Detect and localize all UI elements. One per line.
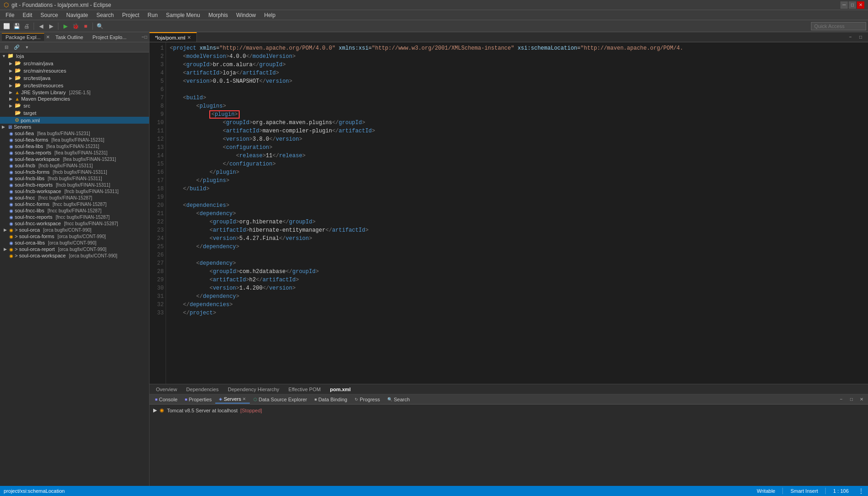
pom-tab-dependencies[interactable]: Dependencies [182, 386, 223, 393]
quick-access-input[interactable] [811, 22, 866, 30]
tree-item-soul-fiea-libs[interactable]: ▶ ◉ soul-fiea-libs [fiea bugfix/FINAN-15… [0, 143, 149, 149]
bottom-tab-progress[interactable]: ↻ Progress [351, 396, 384, 403]
arrow-servers: ▶ [2, 125, 7, 129]
toolbar-run[interactable]: ▶ [61, 22, 70, 31]
tree-item-src-test-res[interactable]: ▶ 📂 src/test/resources [0, 82, 149, 89]
tab-pom-close[interactable]: ✕ [187, 35, 191, 40]
menu-run[interactable]: Run [144, 11, 161, 19]
label-sncl: soul-fncc-libs [fncc bugfix/FINAN-15287] [15, 208, 102, 213]
tree-item-target[interactable]: ▶ 📂 target [0, 109, 149, 117]
tab-task-outline[interactable]: Task Outline [52, 34, 87, 41]
tree-item-jre[interactable]: ▶ ▲ JRE System Library [J2SE-1.5] [0, 89, 149, 96]
tree-item-soul-orca[interactable]: ▶ ◉ > soul-orca [orca bugfix/CONT-990] [0, 227, 149, 233]
tree-item-soul-fncc-libs[interactable]: ▶ ◉ soul-fncc-libs [fncc bugfix/FINAN-15… [0, 207, 149, 214]
status-bar: project/xsi:schemaLocation Writable Smar… [0, 486, 868, 496]
menu-window[interactable]: Window [233, 11, 260, 19]
servers-tab-close[interactable]: ✕ [242, 397, 246, 401]
toolbar-forward[interactable]: ▶ [46, 22, 56, 31]
bottom-maximize-button[interactable]: □ [847, 395, 856, 404]
panel-link-editor[interactable]: 🔗 [12, 43, 21, 52]
server-icon-snb: ◉ [9, 163, 13, 168]
menu-navigate[interactable]: Navigate [63, 11, 92, 19]
panel-toolbar: ⊟ 🔗 ▾ [0, 42, 149, 52]
tree-item-pomxml[interactable]: ▶ ⚙ pom.xml [0, 117, 149, 124]
bottom-tab-console[interactable]: ■ Console [151, 396, 181, 403]
maximize-button[interactable]: □ [849, 1, 856, 9]
tree-item-soul-fncc-workspace[interactable]: ▶ ◉ soul-fncc-workspace [fncc bugfix/FIN… [0, 220, 149, 227]
arrow-loja: ▼ [2, 54, 7, 58]
tab-project-explorer[interactable]: Project Explo... [89, 34, 130, 41]
bottom-minimize-button[interactable]: − [837, 395, 846, 404]
tree-item-soul-orca-forms[interactable]: ▶ ◉ > soul-orca-forms [orca bugfix/CONT-… [0, 233, 149, 239]
minimize-button[interactable]: ─ [840, 1, 848, 9]
menu-sample[interactable]: Sample Menu [162, 11, 204, 19]
tree-item-src-test-java[interactable]: ▶ 📂 src/test/java [0, 74, 149, 82]
tab-pom-xml[interactable]: *loja/pom.xml ✕ [149, 32, 197, 42]
menu-morphis[interactable]: Morphis [205, 11, 232, 19]
tree-item-soul-fncc[interactable]: ▶ ◉ soul-fncc [fncc bugfix/FINAN-15287] [0, 194, 149, 201]
menu-source[interactable]: Source [37, 11, 62, 19]
pom-tab-effective[interactable]: Effective POM [284, 386, 325, 393]
code-content[interactable]: <project xmlns="http://maven.apache.org/… [166, 42, 868, 384]
pom-tab-source[interactable]: pom.xml [325, 386, 355, 393]
toolbar-new[interactable]: ⬜ [2, 22, 11, 31]
bottom-tab-datasource[interactable]: ⬡ Data Source Explorer [250, 396, 310, 403]
breakpoint-1: ● [149, 44, 150, 52]
bottom-tab-search[interactable]: 🔍 Search [384, 396, 414, 403]
server-icon-sor: ◉ [9, 247, 13, 252]
toolbar-debug[interactable]: 🐞 [71, 22, 80, 31]
tree-item-soul-fncb-workspace[interactable]: ▶ ◉ soul-fncb-workspace [fncb bugfix/FIN… [0, 188, 149, 194]
tree-item-soul-fiea-workspace[interactable]: ▶ ◉ soul-fiea-workspace [fiea bugfix/FIN… [0, 156, 149, 162]
panel-collapse-all[interactable]: ⊟ [2, 43, 11, 52]
label-sncr: soul-fncc-reports [fncc bugfix/FINAN-152… [15, 214, 109, 220]
label-sof: > soul-orca-forms [orca bugfix/CONT-990] [15, 234, 106, 239]
pom-tab-hierarchy[interactable]: Dependency Hierarchy [223, 386, 284, 393]
toolbar-save[interactable]: 💾 [12, 22, 21, 31]
tree-item-soul-fncb-reports[interactable]: ▶ ◉ soul-fncb-reports [fncb bugfix/FINAN… [0, 182, 149, 188]
bottom-close-button[interactable]: ✕ [857, 395, 866, 404]
panel-menu[interactable]: ▾ [22, 43, 31, 52]
tree-item-soul-orca-report[interactable]: ▶ ◉ > soul-orca-report [orca bugfix/CONT… [0, 246, 149, 252]
tree-item-soul-fiea[interactable]: ▶ ◉ soul-fiea [fiea bugfix/FINAN-15231] [0, 130, 149, 137]
tree-item-maven-deps[interactable]: ▶ ▲ Maven Dependencies [0, 96, 149, 102]
title-bar: ⬡ git - Foundations - loja/pom.xml - Ecl… [0, 0, 868, 10]
bottom-tab-databinding[interactable]: ■ Data Binding [310, 396, 351, 403]
tab-package-explorer[interactable]: Package Expl... [2, 33, 44, 41]
status-sep1 [782, 488, 783, 494]
pom-tab-overview[interactable]: Overview [151, 386, 182, 393]
close-button[interactable]: ✕ [857, 1, 864, 9]
tree-item-soul-orca-workspace[interactable]: ▶ ◉ > soul-orca-workspace [orca bugfix/C… [0, 252, 149, 259]
toolbar-print[interactable]: 🖨 [22, 22, 31, 31]
bottom-tab-properties[interactable]: ■ Properties [181, 396, 216, 403]
tree-item-soul-fncb-libs[interactable]: ▶ ◉ soul-fncb-libs [fncb bugfix/FINAN-15… [0, 175, 149, 182]
tree-item-soul-fncb[interactable]: ▶ ◉ soul-fncb [fncb bugfix/FINAN-15311] [0, 162, 149, 169]
status-overflow-icon[interactable]: ⋮ [858, 487, 864, 495]
bottom-tab-servers[interactable]: ◈ Servers ✕ [215, 395, 250, 404]
servers-small-icon: ◈ [219, 397, 222, 401]
arrow-smj: ▶ [9, 61, 15, 66]
tree-item-src[interactable]: ▶ 📂 src [0, 102, 149, 109]
tree-item-soul-fncc-reports[interactable]: ▶ ◉ soul-fncc-reports [fncc bugfix/FINAN… [0, 214, 149, 220]
editor-minimize-button[interactable]: − [846, 33, 855, 42]
tree-item-soul-fiea-forms[interactable]: ▶ ◉ soul-fiea-forms [fiea bugfix/FINAN-1… [0, 137, 149, 143]
toolbar-back[interactable]: ◀ [36, 22, 46, 31]
tree-item-loja[interactable]: ▼ 📁 loja [0, 52, 149, 60]
tree-item-soul-fncb-forms[interactable]: ▶ ◉ soul-fncb-forms [fncb bugfix/FINAN-1… [0, 169, 149, 175]
tree-item-src-main-java[interactable]: ▶ 📂 src/main/java [0, 60, 149, 67]
menu-edit[interactable]: Edit [19, 11, 36, 19]
toolbar-stop[interactable]: ■ [81, 22, 90, 31]
tree-item-servers[interactable]: ▶ 🖥 Servers [0, 124, 149, 130]
tree-item-soul-fncc-forms[interactable]: ▶ ◉ soul-fncc-forms [fncc bugfix/FINAN-1… [0, 201, 149, 207]
tree-item-src-main-res[interactable]: ▶ 📂 src/main/resources [0, 67, 149, 74]
menu-search[interactable]: Search [92, 11, 117, 19]
tab-package-close[interactable]: ✕ [46, 34, 50, 40]
menu-file[interactable]: File [2, 11, 18, 19]
panel-maximize-button[interactable]: □ [144, 34, 147, 40]
toolbar-search[interactable]: 🔍 [95, 22, 104, 31]
server-tomcat-item[interactable]: ▶ ◉ Tomcat v8.5 Server at localhost [Sto… [153, 406, 864, 414]
menu-help[interactable]: Help [260, 11, 279, 19]
menu-project[interactable]: Project [118, 11, 143, 19]
tree-item-soul-fiea-reports[interactable]: ▶ ◉ soul-fiea-reports [fiea bugfix/FINAN… [0, 149, 149, 156]
editor-maximize-button[interactable]: □ [856, 33, 865, 42]
tree-item-soul-orca-libs[interactable]: ▶ ◉ soul-orca-libs [orca bugfix/CONT-990… [0, 239, 149, 246]
